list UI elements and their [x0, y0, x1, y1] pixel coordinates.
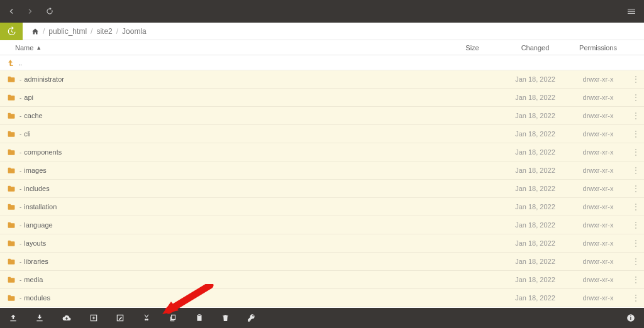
column-header-changed[interactable]: Changed: [501, 44, 570, 52]
file-list: ..-administratorJan 18, 2022drwxr-xr-x⋮-…: [0, 55, 644, 308]
folder-icon: [6, 75, 16, 84]
file-changed: Jan 18, 2022: [501, 294, 570, 302]
file-name-label: layouts: [24, 239, 46, 247]
file-changed: Jan 18, 2022: [501, 94, 570, 101]
file-row[interactable]: -librariesJan 18, 2022drwxr-xr-x⋮: [0, 253, 644, 271]
collapse-marker: -: [19, 276, 21, 283]
row-menu-icon[interactable]: ⋮: [626, 220, 644, 230]
parent-directory-row[interactable]: ..: [0, 55, 644, 70]
file-changed: Jan 18, 2022: [501, 148, 570, 156]
history-button[interactable]: [0, 23, 23, 40]
file-permissions: drwxr-xr-x: [570, 258, 626, 265]
file-name-label: cli: [24, 130, 30, 138]
refresh-icon[interactable]: [45, 7, 54, 16]
parent-dir-label: ..: [18, 59, 22, 67]
row-menu-icon[interactable]: ⋮: [626, 111, 644, 121]
file-changed: Jan 18, 2022: [501, 239, 570, 247]
folder-icon: [6, 148, 16, 156]
forward-icon[interactable]: [26, 8, 34, 15]
file-row[interactable]: -cacheJan 18, 2022drwxr-xr-x⋮: [0, 107, 644, 125]
file-row[interactable]: -languageJan 18, 2022drwxr-xr-x⋮: [0, 216, 644, 234]
folder-icon: [6, 276, 16, 284]
file-row[interactable]: -administratorJan 18, 2022drwxr-xr-x⋮: [0, 70, 644, 89]
download-icon[interactable]: [35, 314, 44, 322]
file-changed: Jan 18, 2022: [501, 276, 570, 283]
collapse-marker: -: [19, 94, 21, 101]
row-menu-icon[interactable]: ⋮: [626, 293, 644, 303]
info-icon[interactable]: i: [626, 314, 635, 322]
column-header-row: Name ▲ Size Changed Permissions: [0, 40, 644, 55]
row-menu-icon[interactable]: ⋮: [626, 147, 644, 157]
permissions-icon[interactable]: [247, 314, 256, 322]
file-name-label: administrator: [24, 75, 64, 83]
file-changed: Jan 18, 2022: [501, 203, 570, 210]
file-row[interactable]: -mediaJan 18, 2022drwxr-xr-x⋮: [0, 271, 644, 289]
delete-icon[interactable]: [221, 314, 230, 322]
file-row[interactable]: -apiJan 18, 2022drwxr-xr-x⋮: [0, 89, 644, 107]
collapse-marker: -: [19, 240, 21, 247]
breadcrumb-item[interactable]: site2: [96, 27, 112, 36]
top-nav-bar: [0, 0, 644, 23]
breadcrumb-item[interactable]: Joomla: [122, 27, 147, 36]
row-menu-icon[interactable]: ⋮: [626, 202, 644, 212]
row-menu-icon[interactable]: ⋮: [626, 92, 644, 102]
row-menu-icon[interactable]: ⋮: [626, 165, 644, 175]
file-permissions: drwxr-xr-x: [570, 130, 626, 138]
svg-text:i: i: [630, 315, 631, 321]
file-row[interactable]: -installationJan 18, 2022drwxr-xr-x⋮: [0, 198, 644, 216]
row-menu-icon[interactable]: ⋮: [626, 256, 644, 266]
back-icon[interactable]: [8, 8, 15, 15]
folder-icon: [6, 185, 16, 193]
column-header-size[interactable]: Size: [444, 44, 501, 52]
breadcrumb-item[interactable]: public_html: [48, 27, 87, 36]
file-name-label: includes: [24, 185, 49, 192]
paste-icon[interactable]: [195, 314, 204, 322]
row-menu-icon[interactable]: ⋮: [626, 183, 644, 194]
row-menu-icon[interactable]: ⋮: [626, 238, 644, 248]
collapse-marker: -: [19, 204, 21, 210]
home-icon[interactable]: [31, 28, 39, 35]
upload-icon[interactable]: [9, 314, 18, 322]
collapse-marker: -: [19, 222, 21, 229]
collapse-marker: -: [19, 167, 21, 174]
collapse-marker: -: [19, 112, 21, 119]
file-permissions: drwxr-xr-x: [570, 148, 626, 156]
cloud-upload-icon[interactable]: [62, 314, 72, 322]
row-menu-icon[interactable]: ⋮: [626, 275, 644, 285]
file-changed: Jan 18, 2022: [501, 185, 570, 192]
folder-icon: [6, 239, 16, 248]
menu-icon[interactable]: [626, 6, 636, 16]
folder-icon: [6, 94, 16, 102]
file-row[interactable]: -cliJan 18, 2022drwxr-xr-x⋮: [0, 125, 644, 143]
file-permissions: drwxr-xr-x: [570, 167, 626, 174]
file-permissions: drwxr-xr-x: [570, 75, 626, 83]
file-permissions: drwxr-xr-x: [570, 221, 626, 229]
folder-icon: [6, 130, 16, 138]
column-header-name-label: Name: [15, 44, 33, 52]
column-header-permissions[interactable]: Permissions: [570, 44, 626, 52]
file-permissions: drwxr-xr-x: [570, 112, 626, 119]
edit-icon[interactable]: [116, 314, 125, 322]
cut-icon[interactable]: [142, 314, 151, 322]
file-row[interactable]: -modulesJan 18, 2022drwxr-xr-x⋮: [0, 289, 644, 307]
breadcrumb-row: / public_html / site2 / Joomla: [0, 23, 644, 40]
file-permissions: drwxr-xr-x: [570, 185, 626, 192]
file-row[interactable]: -componentsJan 18, 2022drwxr-xr-x⋮: [0, 143, 644, 161]
file-name-label: components: [24, 148, 62, 156]
file-row[interactable]: -includesJan 18, 2022drwxr-xr-x⋮: [0, 180, 644, 198]
breadcrumb-separator: /: [91, 27, 92, 36]
file-permissions: drwxr-xr-x: [570, 203, 626, 210]
row-menu-icon[interactable]: ⋮: [626, 74, 644, 84]
file-name-label: cache: [24, 112, 42, 119]
file-row[interactable]: -layoutsJan 18, 2022drwxr-xr-x⋮: [0, 234, 644, 253]
copy-icon[interactable]: [169, 314, 177, 322]
file-name-label: images: [24, 167, 46, 174]
file-row[interactable]: -imagesJan 18, 2022drwxr-xr-x⋮: [0, 161, 644, 180]
file-name-label: media: [24, 276, 43, 283]
breadcrumb-separator: /: [116, 27, 118, 36]
folder-icon: [6, 203, 16, 211]
column-header-name[interactable]: Name ▲: [0, 44, 444, 52]
collapse-marker: -: [19, 131, 21, 138]
row-menu-icon[interactable]: ⋮: [626, 129, 644, 139]
new-icon[interactable]: [89, 314, 98, 322]
